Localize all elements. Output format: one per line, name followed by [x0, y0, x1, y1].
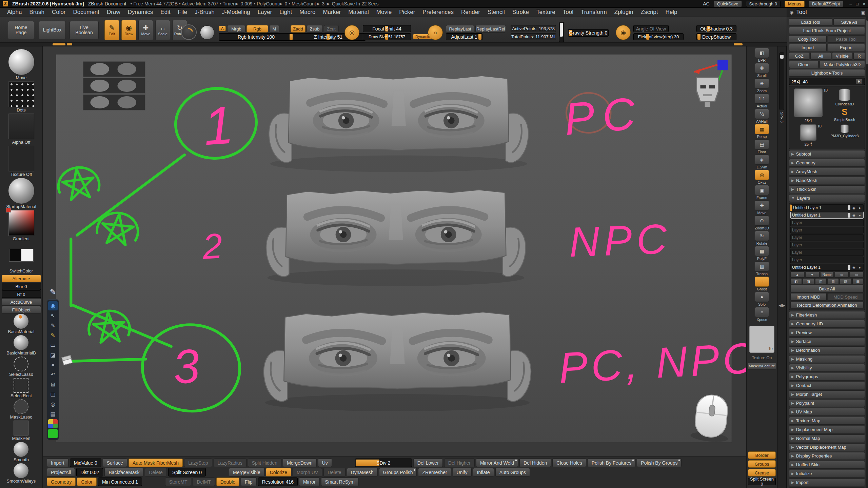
mode-button[interactable]: ◉ Draw	[121, 20, 136, 40]
menu-item[interactable]: Picker	[395, 9, 419, 16]
thumb-icon[interactable]	[8, 178, 34, 204]
tool-r-button[interactable]: R	[856, 79, 863, 84]
tool-section-header[interactable]: ▶Masking	[789, 355, 865, 363]
right-shelf-icon[interactable]: ½	[755, 109, 769, 119]
zcut-button[interactable]: Zcut	[324, 25, 339, 33]
annotation-tool-icon[interactable]: ✎	[48, 331, 58, 340]
shelf-button[interactable]: Uv	[318, 459, 332, 467]
layer-control-button[interactable]: ▩	[852, 278, 864, 284]
menus-button[interactable]: Menus	[785, 1, 805, 7]
menu-item[interactable]: Light	[276, 9, 296, 16]
shelf-button[interactable]: Del Higher	[444, 459, 475, 467]
mode-button[interactable]: ✎ Edit	[104, 20, 119, 40]
right-shelf-icon[interactable]: ◧	[755, 48, 769, 58]
thumb-icon[interactable]	[8, 210, 34, 236]
thumb-icon[interactable]	[14, 399, 28, 414]
right-shelf-icon[interactable]: ●	[755, 292, 769, 302]
right-shelf-button[interactable]: ⊕ Zoom	[755, 78, 769, 93]
right-shelf-icon[interactable]: ▨	[755, 261, 769, 271]
right-shelf-icon[interactable]: ⊕	[755, 78, 769, 88]
tool-section-header[interactable]: ▶Visibility	[789, 364, 865, 372]
lightbox-button[interactable]: LightBox	[39, 21, 66, 39]
menu-item[interactable]: Render	[457, 9, 484, 16]
shelf-button[interactable]: Mirror And Weld	[476, 459, 518, 467]
layer-slider-handle[interactable]	[848, 265, 850, 270]
load-tool-button[interactable]: Load Tool	[789, 18, 832, 26]
shelf-button[interactable]: Import	[47, 459, 68, 467]
tool-section-header[interactable]: ▶Polypaint	[789, 399, 865, 407]
menu-item[interactable]: Edit	[157, 9, 174, 16]
layer-control-button[interactable]: ▼	[805, 271, 819, 278]
stroke-preview-icon[interactable]	[181, 24, 197, 40]
layer-row[interactable]: Untitled Layer 1 ◉ ●	[790, 212, 864, 219]
right-shelf-button[interactable]: ✚ Move	[755, 200, 769, 215]
thumb-icon[interactable]	[14, 335, 28, 350]
points-vertical-slider[interactable]	[559, 22, 564, 42]
right-shelf-icon[interactable]: 1:1	[755, 94, 769, 104]
right-shelf-button[interactable]: ◌ Ghost	[755, 277, 769, 291]
tool-section-header[interactable]: ▶Displacement Map	[789, 426, 865, 433]
thumb-icon[interactable]	[14, 357, 28, 371]
clone-button[interactable]: Clone	[789, 61, 818, 68]
shelf-button[interactable]: MergeDown	[283, 459, 316, 467]
layer-control-button[interactable]: ▲	[790, 271, 804, 278]
alpha-preview-icon[interactable]	[200, 25, 214, 40]
tool-section-header[interactable]: ▶Polygroups	[789, 373, 865, 381]
shelf-button[interactable]: DynaMesh	[347, 468, 378, 476]
right-shelf-icon[interactable]: ▦	[755, 124, 769, 134]
live-boolean-button[interactable]: Live Boolean	[70, 21, 99, 39]
menu-item[interactable]: Zplugin	[611, 9, 637, 16]
minimize-button[interactable]: –	[849, 1, 852, 6]
simplebrush-slot[interactable]: S SimpleBrush	[827, 107, 863, 122]
pm3d-cylinder-thumbnail[interactable]	[841, 124, 849, 133]
shelf-button[interactable]: Polish By Groups	[637, 459, 682, 467]
right-shelf-icon[interactable]: ▤	[755, 139, 769, 149]
layer-slider-handle[interactable]	[848, 213, 850, 218]
shelf-button[interactable]: SDiv 2	[355, 459, 412, 467]
menu-item[interactable]: Help	[662, 9, 681, 16]
layer-eye-icon[interactable]: ◉	[852, 266, 856, 269]
layer-control-button[interactable]: ◨	[803, 278, 814, 284]
layer-control-button[interactable]: ▭	[835, 271, 849, 278]
right-shelf-button[interactable]: 1:1 Actual	[755, 94, 769, 108]
tray-button[interactable]: Border	[748, 451, 776, 459]
left-shelf-item[interactable]: MaskLasso	[6, 399, 36, 420]
shelf-button[interactable]: LazyRadius	[214, 459, 246, 467]
annotation-tool-icon[interactable]: ✎	[48, 321, 58, 330]
tool-section-header[interactable]: ▶Display Properties	[789, 452, 865, 460]
make-polymesh3d-button[interactable]: Make PolyMesh3D	[820, 61, 865, 68]
right-shelf-button[interactable]: ▤ Floor	[755, 139, 769, 154]
right-shelf-icon[interactable]: ◌	[755, 277, 769, 287]
shelf-button[interactable]: Min Connected 1	[98, 477, 142, 486]
tool-section-header[interactable]: ▶Texture Map	[789, 417, 865, 425]
import-button[interactable]: Import	[789, 44, 827, 51]
divider-tick[interactable]	[67, 43, 72, 45]
layer-row[interactable]: Layer ◉ ●	[790, 249, 864, 256]
annotation-tool-icon[interactable]	[48, 429, 58, 438]
thumb-icon[interactable]	[8, 146, 34, 171]
lightbox-tools-button[interactable]: Lightbox►Tools	[789, 69, 865, 77]
shelf-button[interactable]: Surface	[103, 459, 127, 467]
layer-control-button[interactable]: ◫	[815, 278, 827, 284]
shelf-button[interactable]: Inflate	[473, 468, 494, 476]
thumb-icon[interactable]	[8, 49, 34, 75]
right-shelf-button[interactable]: ◎ Qxyz	[755, 170, 769, 184]
shelf-button[interactable]: Double	[216, 477, 239, 486]
menu-item[interactable]: Alpha	[3, 9, 25, 16]
document-canvas[interactable]: 1 PC 2 NPC 3 PC, NPC ✎	[43, 46, 746, 456]
annotation-tool-icon[interactable]: ▭	[48, 341, 58, 350]
shelf-button[interactable]: StoreMT	[165, 477, 192, 486]
m-button[interactable]: M	[269, 25, 279, 33]
draw-size-slider[interactable]: Draw Size 51.18757	[363, 33, 411, 40]
menu-item[interactable]: Color	[48, 9, 70, 16]
menu-item[interactable]: J-Brush	[191, 9, 218, 16]
layer-control-button[interactable]: ◧	[790, 278, 802, 284]
head2-thumbnail[interactable]: 10	[800, 124, 816, 141]
shelf-button[interactable]: Close Holes	[552, 459, 586, 467]
menu-item[interactable]: Zscript	[637, 9, 662, 16]
rgb-intensity-slider[interactable]: Rgb Intensity 100	[219, 33, 294, 41]
see-through-slider[interactable]: See-through 0	[746, 1, 781, 7]
shelf-button[interactable]: Delete	[145, 468, 166, 476]
left-shelf-item[interactable]: Dots	[6, 81, 36, 113]
tool-section-header[interactable]: ▶UV Map	[789, 408, 865, 416]
